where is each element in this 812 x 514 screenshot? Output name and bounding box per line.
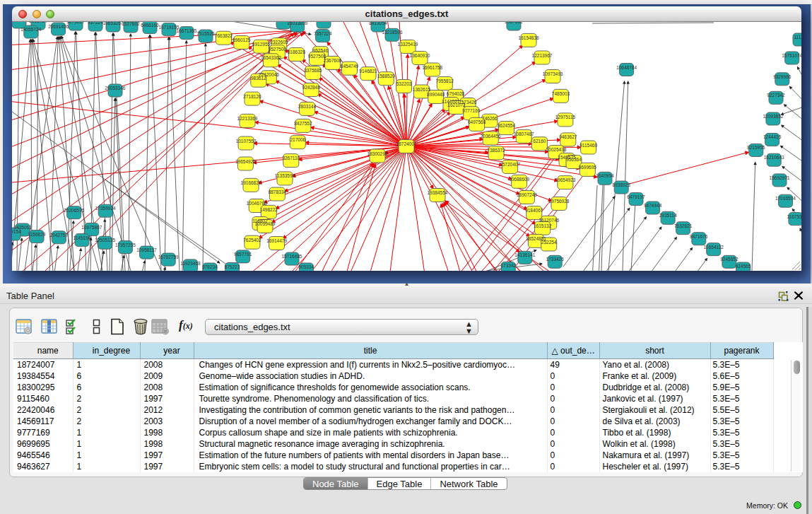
svg-text:19166829: 19166829 [241, 180, 261, 185]
svg-text:956364: 956364 [566, 157, 582, 162]
svg-text:10653267: 10653267 [103, 22, 124, 25]
svg-text:16961758: 16961758 [422, 65, 442, 70]
svg-text:2322605: 2322605 [270, 40, 288, 45]
svg-text:17359924: 17359924 [95, 206, 116, 211]
svg-text:10099489: 10099489 [255, 221, 276, 226]
svg-text:16914479: 16914479 [266, 238, 287, 243]
svg-text:7955812: 7955812 [436, 78, 454, 83]
svg-text:252254: 252254 [541, 240, 557, 245]
svg-text:6466160: 6466160 [141, 23, 159, 28]
svg-text:10958117: 10958117 [136, 247, 157, 252]
svg-text:8427552: 8427552 [294, 121, 312, 126]
svg-text:19654925: 19654925 [235, 159, 256, 164]
svg-text:1145194: 1145194 [73, 235, 91, 240]
svg-text:924565: 924565 [736, 264, 751, 269]
svg-text:6497568: 6497568 [468, 119, 486, 124]
svg-text:1362615: 1362615 [413, 87, 431, 92]
svg-text:1640954: 1640954 [596, 173, 614, 178]
svg-text:7632621: 7632621 [674, 223, 693, 228]
svg-text:7663822: 7663822 [215, 33, 233, 38]
svg-text:16782759: 16782759 [158, 255, 179, 259]
svg-text:9329966: 9329966 [773, 74, 792, 79]
svg-text:18300295: 18300295 [367, 151, 388, 156]
svg-text:20364456: 20364456 [481, 134, 501, 139]
svg-text:9115460: 9115460 [579, 143, 597, 148]
svg-text:10973493: 10973493 [543, 71, 563, 76]
svg-text:12213369: 12213369 [237, 116, 258, 121]
svg-text:15720407: 15720407 [500, 162, 520, 167]
svg-text:8938923: 8938923 [613, 182, 631, 187]
svg-text:952546: 952546 [313, 48, 329, 53]
svg-text:11121: 11121 [794, 35, 801, 40]
svg-text:2718126: 2718126 [243, 94, 261, 99]
svg-text:19654923: 19654923 [555, 177, 575, 182]
svg-text:2055724: 2055724 [29, 22, 47, 23]
svg-text:20691406: 20691406 [48, 24, 69, 29]
svg-text:9463627: 9463627 [559, 134, 577, 139]
svg-text:939154: 939154 [12, 229, 21, 234]
svg-text:937224: 937224 [88, 22, 103, 25]
svg-text:9227342: 9227342 [767, 93, 785, 98]
svg-text:8813054: 8813054 [369, 22, 387, 25]
svg-text:173342: 173342 [500, 263, 516, 268]
svg-text:1498222: 1498222 [260, 207, 278, 212]
svg-text:905334: 905334 [298, 264, 314, 269]
svg-text:20206576: 20206576 [64, 208, 84, 213]
svg-text:10654112: 10654112 [703, 245, 724, 250]
svg-text:10648784: 10648784 [616, 65, 637, 70]
svg-text:12505135: 12505135 [95, 238, 115, 243]
svg-text:9242848: 9242848 [302, 85, 321, 90]
svg-text:10688609: 10688609 [509, 177, 529, 182]
svg-text:1167533: 1167533 [787, 214, 801, 219]
svg-text:1615132: 1615132 [534, 223, 552, 228]
svg-text:16154838: 16154838 [519, 35, 539, 40]
svg-text:2803144: 2803144 [298, 104, 317, 109]
svg-text:10975867: 10975867 [81, 225, 102, 230]
svg-text:10807487: 10807487 [514, 132, 534, 136]
svg-text:16120746: 16120746 [539, 218, 559, 223]
svg-text:2942757: 2942757 [50, 233, 69, 238]
svg-text:13640910: 13640910 [410, 53, 430, 58]
svg-text:9474444: 9474444 [644, 203, 662, 208]
svg-text:19756928: 19756928 [549, 199, 570, 204]
svg-text:7357224: 7357224 [314, 31, 332, 36]
svg-text:1527602: 1527602 [122, 22, 140, 26]
svg-text:13325419: 13325419 [398, 42, 418, 47]
svg-text:875223: 875223 [225, 264, 240, 269]
svg-text:1733426: 1733426 [546, 257, 565, 262]
svg-text:19384554: 19384554 [428, 190, 448, 195]
svg-text:15751074: 15751074 [782, 53, 801, 58]
svg-text:10046788: 10046788 [247, 201, 267, 206]
svg-text:62160: 62160 [533, 139, 546, 144]
svg-text:9699695: 9699695 [579, 165, 597, 170]
svg-text:8878334: 8878334 [269, 189, 287, 194]
svg-text:29053346: 29053346 [105, 86, 126, 90]
svg-text:1621072: 1621072 [447, 103, 466, 107]
svg-text:12975115: 12975115 [555, 115, 576, 119]
svg-text:3267110: 3267110 [282, 156, 300, 160]
svg-text:2087682: 2087682 [505, 22, 523, 24]
svg-text:3375685: 3375685 [304, 68, 322, 73]
svg-text:8912955: 8912955 [252, 42, 271, 47]
svg-text:10025438: 10025438 [546, 147, 566, 152]
svg-text:8186328: 8186328 [288, 49, 306, 54]
svg-text:532203: 532203 [396, 81, 412, 86]
svg-text:9777169: 9777169 [462, 108, 481, 113]
svg-text:7515526: 7515526 [196, 31, 215, 36]
svg-text:12093852: 12093852 [763, 114, 783, 119]
svg-text:2935114: 2935114 [659, 213, 677, 218]
svg-text:8215955: 8215955 [747, 145, 765, 150]
svg-text:14136141: 14136141 [514, 252, 535, 257]
svg-text:6794028: 6794028 [447, 91, 465, 96]
svg-text:8960125: 8960125 [233, 37, 251, 42]
svg-text:6479197: 6479197 [627, 194, 645, 199]
svg-text:16543362: 16543362 [261, 55, 281, 60]
svg-text:14055724: 14055724 [20, 27, 41, 32]
svg-text:17016504: 17016504 [775, 196, 796, 201]
svg-text:9245652: 9245652 [720, 257, 739, 262]
svg-text:9184067: 9184067 [525, 208, 543, 213]
svg-text:3624554: 3624554 [498, 123, 516, 128]
svg-text:16671365: 16671365 [177, 28, 197, 33]
svg-text:16033809: 16033809 [287, 22, 307, 25]
svg-text:16210643: 16210643 [764, 155, 784, 160]
